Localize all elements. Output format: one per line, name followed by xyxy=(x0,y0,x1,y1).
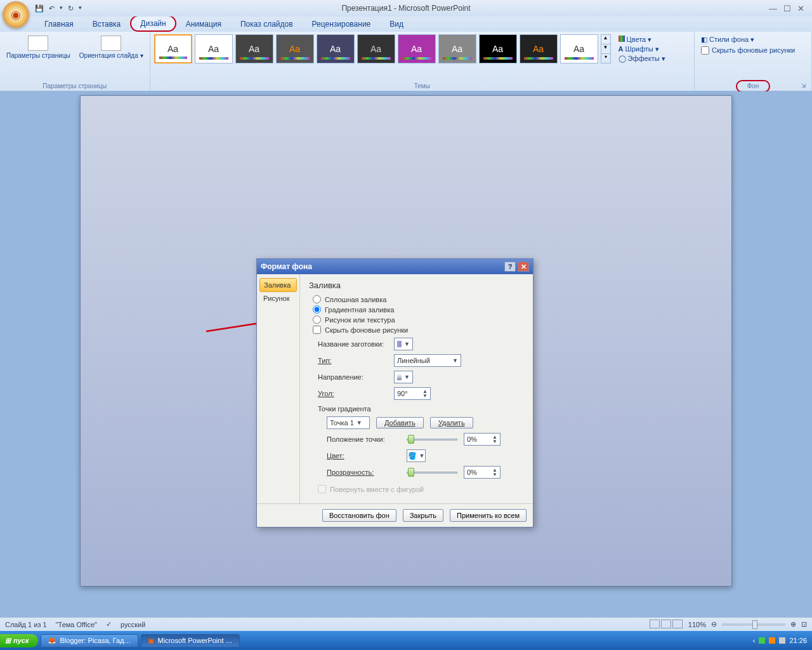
taskbar-item-browser[interactable]: 🦊Blogger: Picasa, Гад… xyxy=(41,634,138,647)
label-angle: Угол: xyxy=(318,390,389,397)
hide-bg-graphics-checkbox[interactable]: Скрыть фоновые рисунки xyxy=(698,45,808,56)
tab-slideshow[interactable]: Показ слайдов xyxy=(231,17,303,32)
theme-thumb-4[interactable]: Aa xyxy=(276,34,314,63)
color-dropdown[interactable]: 🪣▼ xyxy=(407,449,426,462)
theme-options: Цвета ▾ A Шрифты ▾ ◯ Эффекты ▾ xyxy=(615,34,669,64)
redo-icon[interactable]: ↻ xyxy=(68,4,74,13)
theme-thumb-2[interactable]: Aa xyxy=(195,34,233,63)
radio-solid-label: Сплошная заливка xyxy=(325,296,386,303)
direction-dropdown[interactable]: ▼ xyxy=(394,371,413,383)
theme-thumb-3[interactable]: Aa xyxy=(235,34,273,63)
office-button[interactable]: ◉ xyxy=(3,1,29,28)
tab-review[interactable]: Рецензирование xyxy=(303,17,381,32)
group-themes: Aa Aa Aa Aa Aa Aa Aa Aa Aa Aa Aa ▲ ▼ ▾ Ц… xyxy=(150,32,695,91)
orientation-icon xyxy=(101,36,121,51)
close-button[interactable]: ✕ xyxy=(797,4,804,13)
save-icon[interactable]: 💾 xyxy=(35,4,44,13)
theme-thumb-7[interactable]: Aa xyxy=(398,34,436,63)
type-dropdown[interactable]: Линейный▼ xyxy=(394,354,461,367)
radio-gradient-fill[interactable]: Градиентная заливка xyxy=(313,305,524,314)
position-value: 0% xyxy=(467,435,477,443)
radio-solid-fill[interactable]: Сплошная заливка xyxy=(313,295,524,303)
theme-thumb-1[interactable]: Aa xyxy=(154,34,192,63)
theme-colors-button[interactable]: Цвета ▾ xyxy=(619,36,665,44)
delete-stop-button[interactable]: Удалить xyxy=(430,417,473,428)
group-title-themes: Темы xyxy=(154,81,690,91)
tab-design[interactable]: Дизайн xyxy=(130,15,176,32)
add-stop-button[interactable]: Добавить xyxy=(376,417,424,428)
theme-thumb-8[interactable]: Aa xyxy=(438,34,476,63)
preset-dropdown[interactable]: ▼ xyxy=(394,338,413,350)
start-button[interactable]: ⊞пуск xyxy=(0,634,38,647)
undo-icon[interactable]: ↶ xyxy=(49,4,55,13)
view-slideshow-button[interactable] xyxy=(672,620,683,628)
theme-effects-button[interactable]: ◯ Эффекты ▾ xyxy=(619,55,665,63)
transparency-value: 0% xyxy=(467,468,477,476)
qat-more-icon[interactable]: ▾ xyxy=(79,4,82,13)
themes-scroll[interactable]: ▲ ▼ ▾ xyxy=(601,34,611,63)
theme-thumb-6[interactable]: Aa xyxy=(357,34,395,63)
dialog-help-button[interactable]: ? xyxy=(504,262,516,272)
nav-fill[interactable]: Заливка xyxy=(259,278,297,292)
angle-spinner[interactable]: 90°▲▼ xyxy=(394,387,431,400)
theme-thumb-5[interactable]: Aa xyxy=(317,34,355,63)
dialog-title: Формат фона xyxy=(261,262,312,271)
nav-picture[interactable]: Рисунок xyxy=(259,292,297,305)
zoom-percent[interactable]: 110% xyxy=(688,621,706,628)
position-spinner[interactable]: 0%▲▼ xyxy=(464,433,501,446)
bg-dialog-launcher[interactable]: ⇲ xyxy=(801,83,806,89)
fit-window-button[interactable]: ⊡ xyxy=(801,620,807,628)
slide-orientation-button[interactable]: Ориентация слайда ▾ xyxy=(77,34,146,60)
orientation-label: Ориентация слайда ▾ xyxy=(79,52,143,59)
theme-thumb-9[interactable]: Aa xyxy=(479,34,517,63)
zoom-in-button[interactable]: ⊕ xyxy=(790,620,796,628)
status-language[interactable]: русский xyxy=(121,621,145,628)
close-dialog-button[interactable]: Закрыть xyxy=(403,509,443,522)
page-setup-icon xyxy=(28,36,48,51)
checkbox-hide-label: Скрыть фоновые рисунки xyxy=(325,326,408,334)
view-buttons xyxy=(649,620,683,630)
radio-picture-fill[interactable]: Рисунок или текстура xyxy=(313,315,524,324)
background-styles-button[interactable]: ◧ Стили фона ▾ xyxy=(698,34,808,45)
spellcheck-icon[interactable]: ✓ xyxy=(106,620,112,628)
taskbar-item-powerpoint[interactable]: ▣Microsoft PowerPoint … xyxy=(141,634,240,647)
taskbar-clock[interactable]: 21:26 xyxy=(789,637,807,644)
dialog-close-button[interactable]: ✕ xyxy=(518,262,529,272)
dialog-titlebar[interactable]: Формат фона ? ✕ xyxy=(257,259,533,274)
tab-animation[interactable]: Анимация xyxy=(176,17,231,32)
hide-bg-check[interactable] xyxy=(701,46,709,55)
theme-thumb-10[interactable]: Aa xyxy=(520,34,558,63)
position-slider[interactable] xyxy=(407,434,457,445)
restore-button[interactable]: ☐ xyxy=(783,4,791,13)
tray-arrow-icon[interactable]: ‹ xyxy=(753,637,756,644)
theme-thumb-11[interactable]: Aa xyxy=(560,34,598,63)
view-sorter-button[interactable] xyxy=(661,620,671,628)
apply-all-button[interactable]: Применить ко всем xyxy=(450,509,527,522)
tab-view[interactable]: Вид xyxy=(380,17,413,32)
checkbox-hide-bg[interactable]: Скрыть фоновые рисунки xyxy=(313,326,524,334)
type-value: Линейный xyxy=(397,357,430,364)
undo-dropdown-icon[interactable]: ▾ xyxy=(60,4,63,13)
direction-swatch-icon xyxy=(397,374,402,380)
restore-bg-button[interactable]: Восстановить фон xyxy=(322,509,396,522)
label-direction: Направление: xyxy=(318,373,389,381)
system-tray: ‹ 21:26 xyxy=(748,637,812,644)
angle-value: 90° xyxy=(397,390,408,397)
view-normal-button[interactable] xyxy=(650,620,660,628)
theme-fonts-button[interactable]: A Шрифты ▾ xyxy=(619,45,665,53)
tab-insert[interactable]: Вставка xyxy=(83,17,131,32)
tray-icon-2[interactable] xyxy=(769,637,775,644)
zoom-out-button[interactable]: ⊖ xyxy=(711,620,717,628)
group-background: ◧ Стили фона ▾ Скрыть фоновые рисунки Фо… xyxy=(695,32,812,91)
minimize-button[interactable]: — xyxy=(769,4,777,13)
powerpoint-icon: ▣ xyxy=(148,637,154,645)
zoom-slider[interactable] xyxy=(722,623,785,626)
stop-dropdown[interactable]: Точка 1▼ xyxy=(327,416,370,429)
transparency-slider[interactable] xyxy=(407,467,457,478)
tray-icon-3[interactable] xyxy=(779,637,785,644)
tray-icon-1[interactable] xyxy=(759,637,765,644)
ribbon: Параметры страницы Ориентация слайда ▾ П… xyxy=(0,32,812,91)
transparency-spinner[interactable]: 0%▲▼ xyxy=(464,466,501,479)
page-setup-button[interactable]: Параметры страницы xyxy=(4,34,73,60)
tab-home[interactable]: Главная xyxy=(35,17,83,32)
